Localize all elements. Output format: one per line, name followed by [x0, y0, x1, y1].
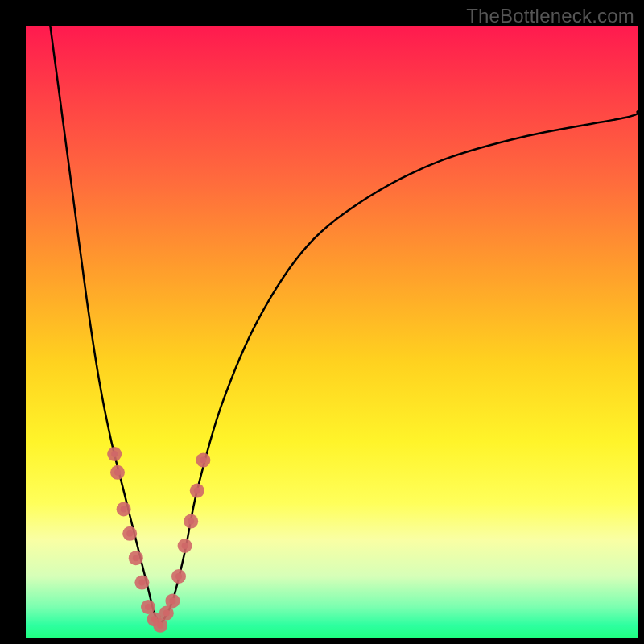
plot-area [26, 26, 638, 638]
data-marker-core [133, 555, 139, 561]
data-marker-core [111, 451, 118, 457]
data-marker-core [194, 488, 200, 494]
left-branch-curve [50, 26, 160, 625]
data-marker-core [182, 543, 188, 549]
data-marker-core [200, 457, 206, 464]
data-marker-core [157, 622, 163, 629]
data-marker-core [145, 604, 151, 610]
data-marker-core [175, 573, 182, 580]
curve-group [50, 26, 638, 625]
watermark-text: TheBottleneck.com [466, 5, 634, 27]
curve-layer [26, 26, 638, 638]
right-branch-curve [160, 111, 638, 625]
data-marker-core [114, 469, 121, 476]
data-marker-core [169, 597, 175, 604]
markers-group [107, 447, 210, 633]
data-marker-core [188, 518, 194, 525]
data-marker-core [163, 610, 170, 617]
data-marker-core [121, 506, 127, 512]
data-marker-core [138, 580, 145, 586]
data-marker-core [126, 530, 133, 537]
chart-frame: TheBottleneck.com [0, 0, 644, 644]
